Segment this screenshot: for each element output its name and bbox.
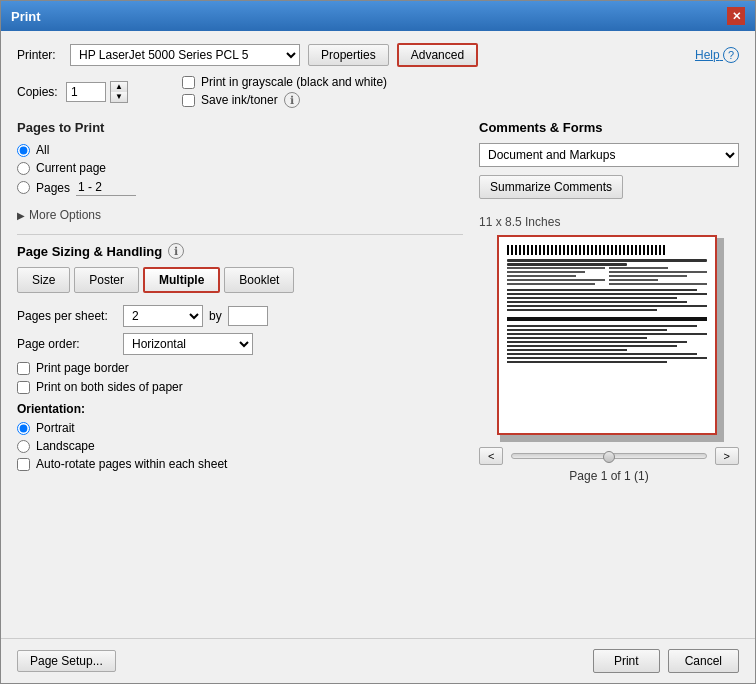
copies-input[interactable] [66, 82, 106, 102]
by-label: by [209, 309, 222, 323]
pages-range-input[interactable] [76, 179, 136, 196]
copies-down-button[interactable]: ▼ [111, 92, 127, 102]
preview-container [497, 235, 721, 439]
by-input[interactable] [228, 306, 268, 326]
auto-rotate-row: Auto-rotate pages within each sheet [17, 457, 463, 471]
auto-rotate-checkbox[interactable] [17, 458, 30, 471]
divider [17, 234, 463, 235]
page-slider[interactable] [511, 453, 706, 459]
bottom-right-buttons: Print Cancel [593, 649, 739, 673]
prev-page-button[interactable]: < [479, 447, 503, 465]
grayscale-checkbox[interactable] [182, 76, 195, 89]
doc-field [507, 271, 585, 273]
booklet-button[interactable]: Booklet [224, 267, 294, 293]
radio-all-input[interactable] [17, 144, 30, 157]
pages-per-sheet-label: Pages per sheet: [17, 309, 117, 323]
doc-header-line [507, 317, 707, 321]
comments-forms-select[interactable]: Document and Markups Document Form Field… [479, 143, 739, 167]
radio-current-input[interactable] [17, 162, 30, 175]
summarize-comments-button[interactable]: Summarize Comments [479, 175, 623, 199]
radio-current-label: Current page [36, 161, 106, 175]
pages-per-sheet-select[interactable]: 2 4 6 9 16 [123, 305, 203, 327]
more-options[interactable]: ▶ More Options [17, 208, 463, 222]
advanced-button[interactable]: Advanced [397, 43, 478, 67]
help-link[interactable]: Help ? [695, 47, 739, 63]
doc-line [507, 345, 677, 347]
main-area: Pages to Print All Current page Pages [17, 120, 739, 626]
poster-button[interactable]: Poster [74, 267, 139, 293]
doc-line [507, 297, 677, 299]
copies-up-button[interactable]: ▲ [111, 82, 127, 92]
orientation-title: Orientation: [17, 402, 463, 416]
doc-field [609, 275, 687, 277]
radio-all: All [17, 143, 463, 157]
doc-line [507, 309, 657, 311]
doc-line [507, 361, 667, 363]
print-border-checkbox[interactable] [17, 362, 30, 375]
doc-line [507, 349, 627, 351]
preview-box [497, 235, 717, 435]
doc-barcode [507, 245, 667, 255]
printer-label: Printer: [17, 48, 62, 62]
printer-row: Printer: HP LaserJet 5000 Series PCL 5 P… [17, 43, 739, 67]
preview-document [499, 237, 715, 433]
page-sizing-title: Page Sizing & Handling [17, 244, 162, 259]
landscape-radio[interactable] [17, 440, 30, 453]
doc-line [507, 293, 707, 295]
cancel-button[interactable]: Cancel [668, 649, 739, 673]
doc-field [609, 279, 658, 281]
pages-radio-group: All Current page Pages [17, 143, 463, 196]
print-button[interactable]: Print [593, 649, 660, 673]
next-page-button[interactable]: > [715, 447, 739, 465]
doc-field [609, 267, 668, 269]
radio-pages-input[interactable] [17, 181, 30, 194]
portrait-radio[interactable] [17, 422, 30, 435]
auto-rotate-label: Auto-rotate pages within each sheet [36, 457, 227, 471]
radio-landscape: Landscape [17, 439, 463, 453]
printer-select[interactable]: HP LaserJet 5000 Series PCL 5 [70, 44, 300, 66]
page-order-row: Page order: Horizontal Vertical Horizont… [17, 333, 463, 355]
doc-line [507, 289, 697, 291]
multiple-button[interactable]: Multiple [143, 267, 220, 293]
doc-line [507, 263, 627, 266]
page-sizing-header: Page Sizing & Handling ℹ [17, 243, 463, 259]
page-setup-button[interactable]: Page Setup... [17, 650, 116, 672]
radio-portrait: Portrait [17, 421, 463, 435]
landscape-label: Landscape [36, 439, 95, 453]
doc-line [507, 329, 667, 331]
page-sizing-info-icon[interactable]: ℹ [168, 243, 184, 259]
preview-nav: < > [479, 447, 739, 465]
doc-field [507, 275, 576, 277]
radio-all-label: All [36, 143, 49, 157]
comments-forms-title: Comments & Forms [479, 120, 739, 135]
doc-field [507, 279, 605, 281]
size-button[interactable]: Size [17, 267, 70, 293]
sizing-buttons: Size Poster Multiple Booklet [17, 267, 463, 293]
print-both-sides-checkbox[interactable] [17, 381, 30, 394]
page-indicator: Page 1 of 1 (1) [569, 469, 648, 483]
page-order-select[interactable]: Horizontal Vertical Horizontal Reversed … [123, 333, 253, 355]
copies-spinner: ▲ ▼ [110, 81, 128, 103]
save-ink-info-icon[interactable]: ℹ [284, 92, 300, 108]
print-border-label: Print page border [36, 361, 129, 375]
properties-button[interactable]: Properties [308, 44, 389, 66]
more-options-label: More Options [29, 208, 101, 222]
radio-current: Current page [17, 161, 463, 175]
radio-pages-label: Pages [36, 181, 70, 195]
help-icon[interactable]: ? [723, 47, 739, 63]
dialog-title: Print [11, 9, 41, 24]
close-button[interactable]: ✕ [727, 7, 745, 25]
doc-line [507, 259, 707, 262]
copies-label: Copies: [17, 85, 62, 99]
preview-area: 11 x 8.5 Inches [479, 215, 739, 483]
print-dialog: Print ✕ Printer: HP LaserJet 5000 Series… [0, 0, 756, 684]
left-panel: Pages to Print All Current page Pages [17, 120, 463, 626]
page-slider-thumb [603, 451, 615, 463]
portrait-label: Portrait [36, 421, 75, 435]
print-both-sides-label: Print on both sides of paper [36, 380, 183, 394]
pages-per-sheet-row: Pages per sheet: 2 4 6 9 16 by [17, 305, 463, 327]
doc-field [609, 283, 707, 285]
more-options-triangle: ▶ [17, 210, 25, 221]
copies-row: Copies: ▲ ▼ Print in grayscale (black an… [17, 75, 739, 108]
save-ink-checkbox[interactable] [182, 94, 195, 107]
